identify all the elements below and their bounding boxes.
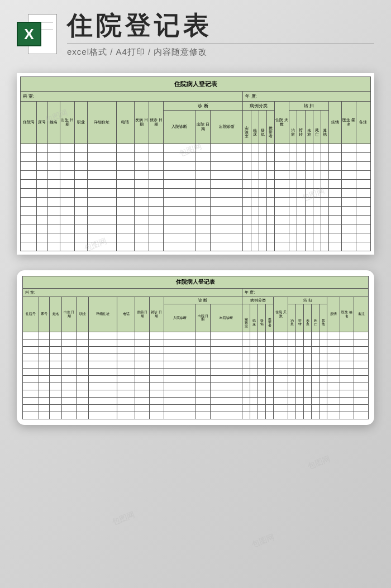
- table-row: [21, 179, 371, 188]
- col-birth: 出生 日期: [62, 297, 77, 332]
- group-outcome: 转 归: [288, 297, 327, 304]
- excel-icon: X: [17, 14, 57, 54]
- col-carrier: 携 带 者: [266, 304, 274, 332]
- form-title: 住院病人登记表: [23, 276, 369, 288]
- col-death: 死 亡: [313, 110, 321, 144]
- col-lab: 实 验 室: [242, 304, 250, 332]
- table-row: [21, 144, 371, 152]
- col-doctor-sign: 医生 签名: [341, 101, 356, 144]
- col-hospital-no: 住院号: [23, 297, 39, 332]
- table-row: [23, 353, 369, 361]
- registration-table: 住院病人登记表 科 室: 年 度: 住院号 床号 姓名 出生 日期 职业 详细住…: [20, 77, 371, 251]
- group-diagnosis: 诊 断: [163, 101, 243, 110]
- col-clinical: 临 床: [250, 304, 258, 332]
- excel-badge-letter: X: [17, 22, 41, 46]
- col-notcured: 未 愈: [304, 304, 312, 332]
- col-better: 好 转: [296, 304, 304, 332]
- group-case-type: 病例分类: [242, 297, 274, 304]
- table-row: [23, 397, 369, 404]
- col-visit: 就诊 日期: [149, 101, 163, 144]
- table-row: [23, 361, 369, 368]
- col-discharge-dx: 出院诊断: [211, 110, 243, 144]
- col-other: 其 他: [321, 110, 329, 144]
- table-row: [21, 170, 371, 179]
- table-row: [21, 242, 371, 251]
- table-row: [21, 224, 371, 233]
- col-phone: 电话: [116, 101, 134, 144]
- col-bed-no: 床号: [39, 297, 49, 332]
- col-carrier: 携 带 者: [267, 110, 275, 144]
- col-days: 住院 天数: [275, 101, 289, 144]
- form-title: 住院病人登记表: [21, 77, 371, 91]
- col-suspect: 疑 似: [259, 110, 266, 144]
- col-address: 详细住址: [87, 101, 116, 144]
- col-epidemic: 疫情: [329, 101, 342, 144]
- table-row: [23, 375, 369, 383]
- table-row: [21, 233, 371, 242]
- col-discharge-date: 出院 日期: [196, 110, 211, 144]
- col-doctor-sign: 医生 签名: [340, 297, 354, 332]
- page-title: 住院登记表: [67, 11, 374, 40]
- col-discharge-date: 出院 日期: [196, 304, 211, 332]
- table-row: [21, 161, 371, 170]
- col-hospital-no: 住院号: [21, 101, 37, 144]
- col-job: 职业: [76, 297, 88, 332]
- table-row: [21, 152, 371, 161]
- table-row: [21, 215, 371, 224]
- col-admit-dx: 入院诊断: [163, 110, 196, 144]
- col-job: 职业: [75, 101, 88, 144]
- col-bed-no: 床号: [37, 101, 47, 144]
- registration-table-small: 住院病人登记表 科 室: 年 度: 住院号 床号 姓名 出生 日期 职业 详细住…: [22, 276, 369, 419]
- page-header: X 住院登记表 excel格式 / A4打印 / 内容随意修改: [0, 0, 391, 63]
- group-diagnosis: 诊 断: [164, 297, 242, 304]
- group-outcome: 转 归: [289, 101, 329, 110]
- col-notcured: 未 愈: [305, 110, 313, 144]
- col-cured: 治 愈: [289, 110, 297, 144]
- col-address: 详细住址: [89, 297, 117, 332]
- spreadsheet-preview-tablet: 住院病人登记表 科 室: 年 度: 住院号 床号 姓名 出生 日期 职业 详细住…: [17, 270, 374, 425]
- watermark: 包图网: [306, 454, 332, 471]
- table-row: [23, 404, 369, 412]
- table-row: [23, 368, 369, 375]
- col-other: 其 他: [320, 304, 327, 332]
- table-row: [21, 206, 371, 215]
- watermark: 包图网: [111, 510, 136, 527]
- col-suspect: 疑 似: [258, 304, 266, 332]
- col-lab: 实 验 室: [243, 110, 251, 144]
- table-row: [23, 346, 369, 353]
- col-visit: 就诊 日期: [149, 297, 164, 332]
- dept-label: 科 室:: [23, 288, 242, 297]
- table-row: [23, 332, 369, 339]
- col-clinical: 临 床: [251, 110, 259, 144]
- col-onset: 发病 日期: [135, 297, 150, 332]
- col-discharge-dx: 出院诊断: [210, 304, 242, 332]
- col-remark: 备注: [354, 297, 369, 332]
- table-row: [23, 390, 369, 397]
- table-row: [21, 197, 371, 206]
- watermark: 包图网: [250, 532, 276, 549]
- year-label: 年 度:: [242, 288, 369, 297]
- group-case-type: 病例分类: [243, 101, 275, 110]
- table-row: [23, 412, 369, 419]
- table-row: [21, 188, 371, 197]
- col-onset: 发病 日期: [135, 101, 149, 144]
- col-remark: 备注: [356, 101, 370, 144]
- spreadsheet-preview-large: 住院病人登记表 科 室: 年 度: 住院号 床号 姓名 出生 日期 职业 详细住…: [17, 73, 374, 255]
- col-admit-dx: 入院诊断: [164, 304, 196, 332]
- year-label: 年 度:: [243, 91, 371, 101]
- col-name: 姓名: [49, 297, 61, 332]
- table-row: [23, 383, 369, 390]
- col-cured: 治 愈: [288, 304, 296, 332]
- col-birth: 出生 日期: [60, 101, 75, 144]
- col-epidemic: 疫情: [327, 297, 340, 332]
- dept-label: 科 室:: [21, 91, 243, 101]
- table-row: [23, 339, 369, 346]
- col-better: 好 转: [297, 110, 305, 144]
- col-phone: 电话: [117, 297, 135, 332]
- col-name: 姓名: [47, 101, 60, 144]
- col-death: 死 亡: [312, 304, 320, 332]
- col-days: 住院 天数: [274, 297, 288, 332]
- page-subtitle: excel格式 / A4打印 / 内容随意修改: [67, 43, 374, 58]
